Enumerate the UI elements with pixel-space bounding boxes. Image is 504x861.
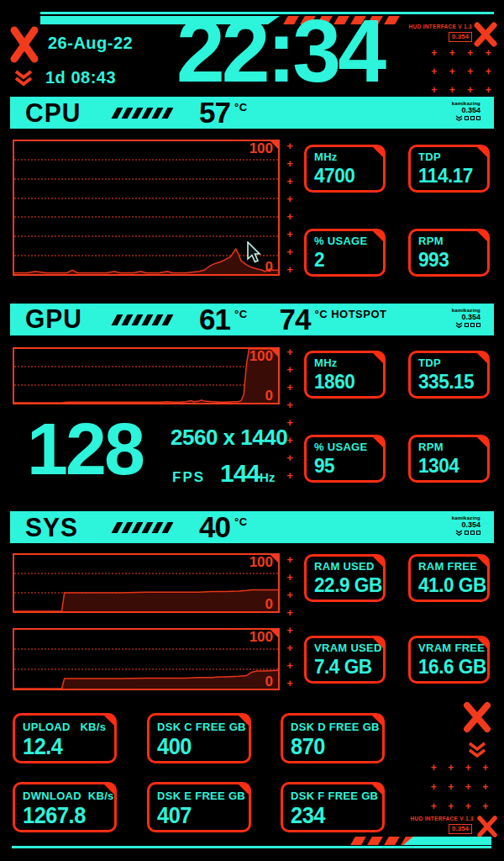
stat-value: 234 <box>291 803 376 829</box>
disk-f-box: DSK F FREE GB 234 <box>281 782 385 832</box>
cpu-mhz-box: MHz 4700 <box>304 145 386 193</box>
square-icon <box>476 323 480 327</box>
corner-notch <box>476 637 488 649</box>
stat-value: 22.9 GB <box>314 573 379 597</box>
gpu-mhz-box: MHz 1860 <box>304 351 386 399</box>
micro-version: 0.354 <box>452 106 480 114</box>
stat-value: 95 <box>314 454 379 478</box>
sys-temperature-unit: °C <box>234 515 248 528</box>
y-axis-min: 0 <box>265 675 273 689</box>
date-text: 26-Aug-22 <box>48 34 133 53</box>
vram-free-box: VRAM FREE 16.6 GB <box>408 636 490 684</box>
stat-label: DSK F FREE GB <box>291 790 382 802</box>
hud-version-badge: 0.354 <box>449 32 472 42</box>
gpu-section-header: GPU 61 °C 74 °C HOTSPOT kamikazing 0.354 <box>10 304 494 335</box>
gpu-hotspot-temperature: 74 <box>280 303 311 336</box>
refresh-rate-unit: Hz <box>260 470 275 484</box>
fps-label: FPS <box>172 469 205 486</box>
square-icon <box>465 531 469 535</box>
stripes-icon <box>114 108 171 119</box>
stat-value: 335.15 <box>418 370 483 394</box>
stat-value: 2 <box>314 248 379 272</box>
corner-notch <box>270 348 279 357</box>
corner-notch <box>372 230 384 242</box>
micro-version: 0.354 <box>452 520 480 529</box>
stat-label: DSK C FREE GB <box>157 721 249 733</box>
cpu-tdp-box: TDP 114.17 <box>408 145 490 193</box>
micro-icons <box>452 322 480 328</box>
corner-notch <box>270 140 279 150</box>
gpu-usage-graph: 100 0 <box>13 347 280 404</box>
vram-used-box: VRAM USED 7.4 GB <box>304 636 386 684</box>
hud-interface-label: HUD INTERFACE V 1.3 <box>411 816 474 821</box>
disk-d-box: DSK D FREE GB 870 <box>281 713 385 763</box>
plus-grid-decoration: ++++++++++++ <box>425 763 494 811</box>
disk-c-box: DSK C FREE GB 400 <box>147 713 251 763</box>
stat-value: 1860 <box>314 370 379 394</box>
cpu-section-header: CPU 57 °C kamikazing 0.354 <box>10 97 494 129</box>
x-icon <box>10 25 39 64</box>
ram-used-box: RAM USED 22.9 GB <box>304 554 386 602</box>
y-axis-min: 0 <box>265 598 273 611</box>
stat-value: 1267.8 <box>23 803 108 829</box>
stat-value: 1304 <box>418 454 483 478</box>
gpu-tdp-box: TDP 335.15 <box>408 351 490 399</box>
square-icon <box>470 116 475 120</box>
chevron-down-icon <box>467 741 487 759</box>
corner-notch <box>476 436 488 448</box>
cpu-usage-graph: 100 0 <box>13 140 280 276</box>
stat-value: 4700 <box>314 164 379 188</box>
gpu-title: GPU <box>25 304 91 335</box>
corner-notch <box>476 146 488 158</box>
stat-value: 16.6 GB <box>418 655 483 679</box>
sys-section-header: SYS 40 °C kamikazing 0.354 <box>10 511 494 543</box>
chevron-down-icon <box>13 69 34 87</box>
corner-notch <box>371 715 383 726</box>
upload-box: UPLOAD KB/s 12.4 <box>13 713 117 763</box>
square-icon <box>476 531 480 535</box>
stat-label: UPLOAD KB/s <box>23 721 114 733</box>
corner-notch <box>372 146 384 158</box>
resolution-text: 2560 x 1440 <box>171 425 287 451</box>
hud-overlay: 26-Aug-22 1d 08:43 22:34 HUD INTERFACE V… <box>0 0 504 861</box>
y-axis-min: 0 <box>265 261 273 274</box>
stripes-icon <box>114 522 171 533</box>
x-icon <box>474 22 497 47</box>
stat-value: 400 <box>157 734 243 760</box>
stat-value: 41.0 GB <box>418 573 483 597</box>
stat-value: 993 <box>418 248 483 272</box>
stripes-icon <box>114 314 171 325</box>
corner-notch <box>372 352 384 364</box>
hud-interface-label: HUD INTERFACE V 1.3 <box>409 24 472 29</box>
corner-notch <box>372 436 384 448</box>
corner-notch <box>238 715 249 726</box>
square-icon <box>470 323 475 327</box>
sys-temperature: 40 <box>199 510 230 544</box>
corner-notch <box>372 637 384 649</box>
corner-notch <box>476 230 488 242</box>
bottom-accent-bar <box>403 837 491 845</box>
corner-notch <box>103 784 115 795</box>
hud-version-badge: 0.354 <box>449 824 472 834</box>
micro-icons <box>452 530 480 536</box>
corner-notch <box>103 715 115 726</box>
gpu-temperature-unit: °C <box>234 308 248 320</box>
micro-version-block: kamikazing 0.354 <box>452 101 480 121</box>
download-box: DWNLOAD KB/s 1267.8 <box>13 782 117 832</box>
refresh-rate: 144Hz <box>220 459 275 488</box>
corner-notch <box>476 556 488 568</box>
stat-value: 12.4 <box>23 734 108 760</box>
y-axis-min: 0 <box>265 389 273 403</box>
corner-notch <box>270 554 279 563</box>
ram-usage-graph: 100 0 <box>13 553 280 613</box>
corner-notch <box>371 784 383 795</box>
gpu-usage-box: % USAGE 95 <box>304 435 386 483</box>
stat-label: DWNLOAD KB/s <box>23 790 114 802</box>
gpu-hotspot-label: °C HOTSPOT <box>314 308 386 320</box>
micro-version-block: kamikazing 0.354 <box>452 308 480 328</box>
micro-icons <box>452 115 480 121</box>
stat-label: DSK E FREE GB <box>157 790 249 802</box>
ram-free-box: RAM FREE 41.0 GB <box>408 554 490 602</box>
cpu-temperature-unit: °C <box>234 101 248 114</box>
bottom-accent-line <box>12 846 491 848</box>
